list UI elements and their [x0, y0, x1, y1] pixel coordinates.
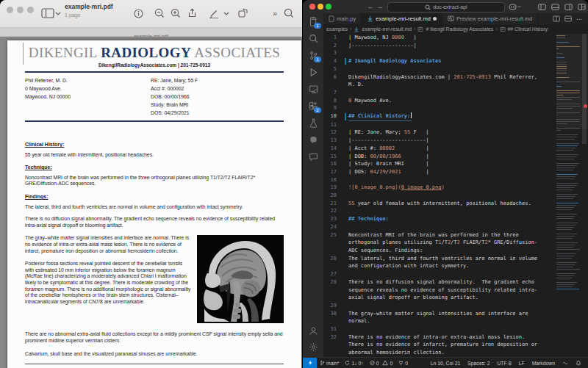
editor-line[interactable]: 3 [323, 49, 588, 57]
editor-layout-icon[interactable] [564, 15, 572, 22]
search-value: doc-extract-api [433, 4, 467, 10]
editor-line[interactable]: 19![0_image_0.png](0_image_0.png) [323, 184, 588, 192]
notifications-bell-icon[interactable] [572, 360, 585, 366]
markup-chevron-icon[interactable] [222, 6, 231, 21]
explorer-icon[interactable]: 1 [303, 13, 323, 30]
overview-ruler[interactable] [581, 34, 588, 358]
split-editor-icon[interactable] [553, 15, 560, 22]
info-icon[interactable] [131, 6, 146, 21]
editor-line[interactable]: 18 [323, 176, 588, 184]
sidebar-toggle-button[interactable] [41, 7, 60, 20]
editor-line[interactable]: 7 [323, 89, 588, 97]
share-icon[interactable] [184, 6, 199, 21]
run-debug-icon[interactable] [303, 64, 323, 81]
breadcrumb-symbol-h2[interactable]: ## Clinical History: [508, 26, 549, 32]
editor-line[interactable]: 28There is no diffusion signal abnormali… [323, 278, 588, 302]
zoom-in-icon[interactable] [168, 6, 183, 21]
editor-line[interactable]: 23## Technique: [323, 215, 588, 223]
search-icon[interactable] [282, 6, 296, 21]
minimize-window-button[interactable] [318, 4, 323, 10]
editor-line[interactable]: 32There is no evidence of intra-or extra… [323, 333, 588, 357]
tab-example-mri-result-md[interactable]: example-mri-result.md [362, 13, 442, 24]
breadcrumb-separator: › [495, 26, 497, 32]
source-control-icon[interactable]: 1 [303, 47, 323, 64]
tab-main-py[interactable]: main.py [323, 13, 362, 24]
breadcrumb-file[interactable]: example-mri-result.md [362, 26, 412, 32]
copilot-icon[interactable] [509, 2, 520, 11]
eol-status[interactable]: LF [515, 361, 528, 366]
remote-explorer-icon[interactable] [303, 81, 323, 98]
pdf-page[interactable]: DIKENGIL RADIOLOGY ASSOCIATES DikengilRa… [7, 40, 301, 368]
editor-line[interactable]: 16| Study: Brain MRI | [323, 160, 588, 168]
editor-line[interactable]: 9 [323, 104, 588, 112]
editor-line[interactable]: 4# Ikengil Radiology Associates [323, 57, 588, 65]
markup-pen-icon[interactable] [207, 6, 221, 21]
testing-icon[interactable] [303, 115, 323, 131]
editor-line[interactable]: 17| DOS: 04/29/2021 | [323, 168, 588, 176]
breadcrumb-symbol-h1[interactable]: # Ikengil Radiology Associates [426, 26, 493, 32]
editor-line[interactable]: 31 [323, 325, 588, 333]
editor-line[interactable]: 22 [323, 207, 588, 215]
editor-line[interactable]: 30The gray–white matter signal intensiti… [323, 310, 588, 325]
tab-preview-example-mri-result-md[interactable]: Preview example-mri-result.md [442, 13, 538, 24]
problems-status[interactable]: 0 0 [367, 360, 396, 366]
editor-line[interactable]: 11 [323, 121, 588, 129]
language-mode-status[interactable]: Markdown [528, 361, 559, 366]
editor-line[interactable]: 29 [323, 302, 588, 310]
editor-line[interactable]: 15| DOB: 00/00/1966 | [323, 153, 588, 161]
rotate-icon[interactable] [235, 6, 250, 21]
command-center-search[interactable]: doc-extract-api [387, 2, 505, 12]
editor-line[interactable]: 20 [323, 192, 588, 200]
branch-status[interactable]: main* [317, 360, 342, 366]
minimap[interactable] [556, 34, 581, 358]
more-actions-icon[interactable]: ⋯ [576, 15, 584, 23]
sync-status[interactable]: 1↓ 0↑ [342, 360, 366, 366]
settings-gear-icon[interactable] [303, 339, 323, 356]
copilot-chat-icon[interactable] [303, 131, 323, 148]
encoding-status[interactable]: UTF-8 [493, 361, 514, 366]
more-toolbar-items-icon[interactable]: » [268, 6, 282, 21]
editor-line[interactable]: 2155 year old female with intermittent, … [323, 200, 588, 208]
editor-line[interactable]: 5 [323, 65, 588, 73]
editor-line[interactable]: 2|--------------------| [323, 42, 588, 50]
editor[interactable]: 1| Maywood, NJ 0000 |2|-----------------… [323, 34, 588, 358]
ports-status[interactable]: 0 [395, 360, 411, 366]
editor-line[interactable]: 12| RE: Jane, Mary; 55 F | [323, 129, 588, 137]
editor-line[interactable]: 27 [323, 270, 588, 278]
customize-layout-icon[interactable] [576, 2, 587, 11]
navigate-back-icon[interactable]: ← [366, 2, 375, 11]
minimize-window-button[interactable] [17, 7, 24, 13]
git-modified-gutter [345, 113, 346, 120]
indentation-status[interactable]: Spaces: 2 [464, 361, 493, 366]
breadcrumb-folder[interactable]: examples [326, 26, 348, 32]
editor-line[interactable]: 24 [323, 223, 588, 231]
editor-line[interactable]: 1| Maywood, NJ 0000 | [323, 34, 588, 42]
close-window-button[interactable] [7, 7, 13, 13]
zoom-window-button[interactable] [326, 4, 331, 10]
editor-line[interactable]: 80 Maywood Ave. [323, 97, 588, 105]
modified-dot-icon[interactable] [433, 17, 437, 21]
editor-line[interactable]: 25Noncontrast MRI of the brain was perfo… [323, 231, 588, 255]
formatter-check-icon[interactable] [559, 360, 572, 366]
remote-indicator[interactable] [303, 358, 317, 368]
editor-line[interactable]: 13|------------------------| [323, 137, 588, 145]
search-icon[interactable] [303, 30, 323, 47]
line-col-status[interactable]: Ln 10, Col 21 [427, 361, 464, 366]
editor-line[interactable]: 26The lateral, third and fourth ventricl… [323, 255, 588, 270]
accounts-icon[interactable] [303, 322, 323, 339]
comments-icon[interactable] [303, 148, 323, 165]
navigate-forward-icon[interactable]: → [376, 2, 384, 11]
close-window-button[interactable] [309, 4, 315, 10]
editor-line[interactable]: 10## Clinical History: [323, 112, 588, 121]
toggle-panel-icon[interactable] [550, 2, 560, 11]
toggle-secondary-sidebar-icon[interactable] [563, 2, 573, 11]
findings-section: Findings: The lateral, third and fourth … [25, 194, 284, 357]
editor-line[interactable]: 14| Acct #: 00002 | [323, 145, 588, 153]
zoom-out-icon[interactable] [152, 6, 167, 21]
zoom-window-button[interactable] [27, 7, 34, 13]
toggle-primary-sidebar-icon[interactable] [537, 2, 547, 11]
line-number: 1 [323, 34, 344, 42]
extensions-icon[interactable]: 2 [303, 98, 323, 115]
scrollbar-thumb[interactable] [582, 34, 587, 144]
editor-line[interactable]: 6DikengilRadiologyAssociates.com | 201-7… [323, 73, 588, 89]
